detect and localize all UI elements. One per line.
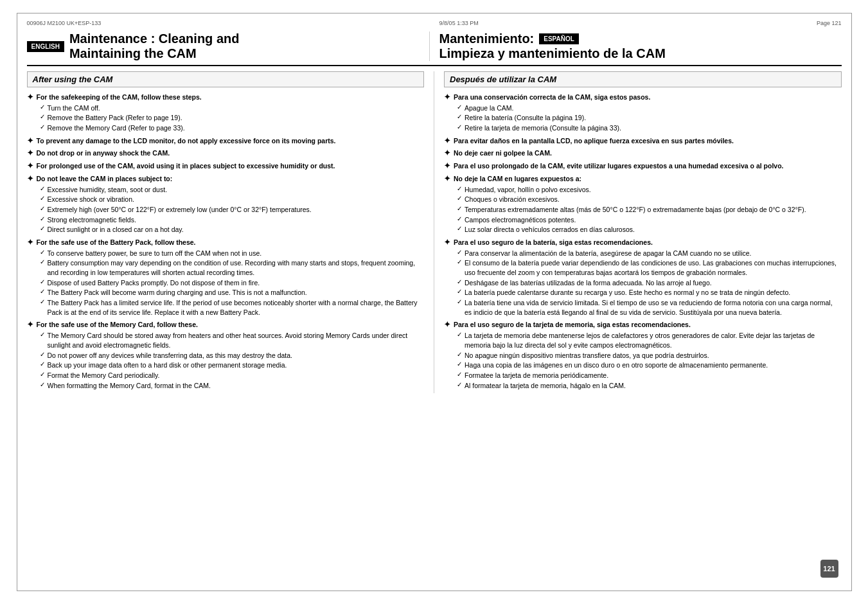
check-icon: ✓ (40, 205, 45, 212)
check-icon: ✓ (40, 278, 45, 285)
check-icon: ✓ (457, 278, 462, 285)
left-item-1-text: For the safekeeping of the CAM, follow t… (37, 93, 202, 102)
sub-text: Choques o vibración excesivos. (465, 195, 560, 204)
sub-text: The Battery Pack will become warm during… (48, 288, 307, 298)
list-item: ✓Luz solar directa o vehículos cerrados … (457, 225, 842, 235)
list-item: ✓Back up your image data often to a hard… (40, 360, 425, 370)
list-item: ✓Formatee la tarjeta de memoria periódic… (457, 371, 842, 380)
left-item-4-text: For prolonged use of the CAM, avoid usin… (37, 161, 335, 171)
right-item-7-text: Para el uso seguro de la tarjeta de memo… (454, 320, 691, 330)
right-item-1-text: Para una conservación correcta de la CAM… (454, 93, 650, 102)
right-item-6-main: ✦ Para el uso seguro de la batería, siga… (444, 238, 842, 247)
left-item-7-text: For the safe use of the Memory Card, fol… (37, 320, 198, 330)
list-item: ✓La tarjeta de memoria debe mantenerse l… (457, 331, 842, 350)
list-item: ✓Temperaturas extremadamente altas (más … (457, 205, 842, 215)
sub-text: Strong electromagnetic fields. (48, 215, 136, 225)
left-item-3-main: ✦ Do not drop or in anyway shock the CAM… (27, 148, 425, 158)
sub-text: Direct sunlight or in a closed car on a … (48, 225, 184, 235)
check-icon: ✓ (40, 103, 45, 111)
list-item: ✓Haga una copia de las imágenes en un di… (457, 360, 842, 370)
sub-text: Back up your image data often to a hard … (48, 360, 287, 370)
left-item-7-subitems: ✓The Memory Card should be stored away f… (40, 331, 425, 390)
check-icon: ✓ (457, 215, 462, 222)
plus-icon-1: ✦ (27, 93, 33, 102)
check-icon: ✓ (40, 360, 45, 368)
left-item-1: ✦ For the safekeeping of the CAM, follow… (27, 93, 425, 133)
sub-text: Do not power off any devices while trans… (48, 351, 293, 360)
right-item-3-main: ✦ No deje caer ni golpee la CAM. (444, 148, 842, 158)
top-bar: 00906J M2100 UK+ESP-133 9/8/05 1:33 PM P… (27, 20, 842, 26)
list-item: ✓Al formatear la tarjeta de memoria, hág… (457, 381, 842, 391)
right-item-4-main: ✦ Para el uso prolongado de la CAM, evit… (444, 161, 842, 171)
plus-icon-2: ✦ (27, 136, 33, 145)
esp-badge-row: Mantenimiento: ESPAÑOL (439, 31, 666, 46)
list-item: ✓Retire la batería (Consulte la página 1… (457, 113, 842, 123)
right-item-6-text: Para el uso seguro de la batería, siga e… (454, 238, 653, 247)
right-item-7-main: ✦ Para el uso seguro de la tarjeta de me… (444, 320, 842, 330)
check-icon: ✓ (40, 298, 45, 305)
sub-text: La batería puede calentarse durante su r… (465, 288, 790, 298)
plus-icon-r6: ✦ (444, 238, 450, 247)
sub-text: The Battery Pack has a limited service l… (48, 298, 425, 317)
right-item-6: ✦ Para el uso seguro de la batería, siga… (444, 238, 842, 317)
left-item-2: ✦ To prevent any damage to the LCD monit… (27, 136, 425, 146)
check-icon: ✓ (40, 371, 45, 378)
check-icon: ✓ (40, 215, 45, 222)
list-item: ✓Direct sunlight or in a closed car on a… (40, 225, 425, 235)
header-left: ENGLISH Maintenance : Cleaning and Maint… (27, 31, 429, 61)
list-item: ✓La batería puede calentarse durante su … (457, 288, 842, 298)
sub-text: Luz solar directa o vehículos cerrados e… (465, 225, 635, 235)
list-item: ✓Apague la CAM. (457, 103, 842, 113)
check-icon: ✓ (40, 288, 45, 295)
spanish-title-line2: Limpieza y mantenimiento de la CAM (439, 46, 666, 61)
check-icon: ✓ (457, 258, 462, 265)
sub-text: Turn the CAM off. (48, 103, 100, 113)
left-item-4-main: ✦ For prolonged use of the CAM, avoid us… (27, 161, 425, 171)
plus-icon-r2: ✦ (444, 136, 450, 145)
list-item: ✓Remove the Memory Card (Refer to page 3… (40, 123, 425, 133)
check-icon: ✓ (40, 185, 45, 192)
check-icon: ✓ (457, 103, 462, 111)
left-item-5: ✦ Do not leave the CAM in places subject… (27, 174, 425, 235)
check-icon: ✓ (457, 225, 462, 232)
main-header: ENGLISH Maintenance : Cleaning and Maint… (27, 31, 842, 66)
check-icon: ✓ (457, 298, 462, 305)
left-item-6-main: ✦ For the safe use of the Battery Pack, … (27, 238, 425, 247)
sub-text: To conserve battery power, be sure to tu… (48, 249, 262, 258)
sub-text: No apague ningún dispositivo mientras tr… (465, 351, 709, 360)
list-item: ✓Turn the CAM off. (40, 103, 425, 113)
right-item-3: ✦ No deje caer ni golpee la CAM. (444, 148, 842, 158)
right-item-2-main: ✦ Para evitar daños en la pantalla LCD, … (444, 136, 842, 146)
list-item: ✓El consumo de la batería puede variar d… (457, 258, 842, 277)
right-item-1-main: ✦ Para una conservación correcta de la C… (444, 93, 842, 102)
right-item-5: ✦ No deje la CAM en lugares expuestos a:… (444, 174, 842, 235)
list-item: ✓Deshágase de las baterías utilizadas de… (457, 278, 842, 288)
left-item-1-subitems: ✓Turn the CAM off. ✓Remove the Battery P… (40, 103, 425, 133)
list-item: ✓The Battery Pack has a limited service … (40, 298, 425, 317)
left-item-7-main: ✦ For the safe use of the Memory Card, f… (27, 320, 425, 330)
left-item-6-subitems: ✓To conserve battery power, be sure to t… (40, 249, 425, 317)
left-item-4: ✦ For prolonged use of the CAM, avoid us… (27, 161, 425, 171)
list-item: ✓No apague ningún dispositivo mientras t… (457, 351, 842, 360)
left-section-title: After using the CAM (27, 71, 425, 87)
list-item: ✓Choques o vibración excesivos. (457, 195, 842, 204)
check-icon: ✓ (457, 371, 462, 378)
check-icon: ✓ (457, 195, 462, 202)
sub-text: Haga una copia de las imágenes en un dis… (465, 360, 768, 370)
check-icon: ✓ (40, 195, 45, 202)
check-icon: ✓ (457, 249, 462, 256)
right-item-2: ✦ Para evitar daños en la pantalla LCD, … (444, 136, 842, 146)
check-icon: ✓ (457, 360, 462, 368)
plus-icon-r1: ✦ (444, 93, 450, 102)
plus-icon-r5: ✦ (444, 174, 450, 183)
list-item: ✓Strong electromagnetic fields. (40, 215, 425, 225)
sub-text: Temperaturas extremadamente altas (más d… (465, 205, 806, 215)
check-icon: ✓ (40, 381, 45, 388)
list-item: ✓Format the Memory Card periodically. (40, 371, 425, 380)
left-item-3: ✦ Do not drop or in anyway shock the CAM… (27, 148, 425, 158)
list-item: ✓Para conservar la alimentación de la ba… (457, 249, 842, 258)
right-item-7: ✦ Para el uso seguro de la tarjeta de me… (444, 320, 842, 390)
sub-text: Retire la batería (Consulte la página 19… (465, 113, 586, 123)
right-item-4: ✦ Para el uso prolongado de la CAM, evit… (444, 161, 842, 171)
left-item-2-main: ✦ To prevent any damage to the LCD monit… (27, 136, 425, 146)
